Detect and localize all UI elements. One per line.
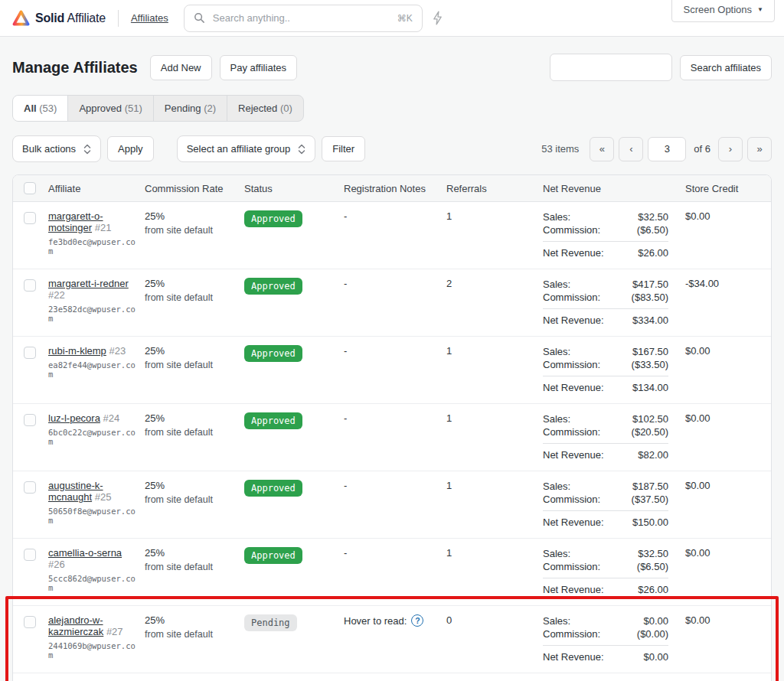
referrals-cell: 1: [446, 547, 543, 559]
sales-value: $417.50: [632, 278, 668, 291]
tab-approved[interactable]: Approved (51): [68, 96, 153, 121]
current-page-input[interactable]: [648, 137, 686, 161]
commission-rate-cell: 25% from site default: [145, 547, 244, 572]
row-checkbox[interactable]: [24, 347, 36, 359]
affiliate-name-link[interactable]: rubi-m-klemp: [48, 345, 106, 357]
net-revenue-divider: [543, 645, 668, 646]
bulk-actions-select[interactable]: Bulk actions: [12, 135, 101, 162]
search-affiliates-button[interactable]: Search affiliates: [680, 55, 772, 80]
column-header-registration-notes: Registration Notes: [344, 183, 446, 194]
affiliate-email: fe3bd0ec@wpuser.com: [48, 237, 136, 256]
commission-rate-note: from site default: [145, 225, 235, 236]
sales-value: $187.50: [632, 480, 668, 493]
global-search-input[interactable]: [211, 11, 391, 24]
apply-button[interactable]: Apply: [107, 136, 154, 161]
tab-pending[interactable]: Pending (2): [154, 96, 227, 121]
status-cell: Approved: [244, 210, 344, 227]
add-new-button[interactable]: Add New: [150, 55, 212, 80]
brand-text: Solid Affiliate: [35, 11, 106, 25]
total-pages-label: of 6: [694, 143, 710, 155]
next-page-button[interactable]: ›: [718, 137, 743, 161]
row-checkbox[interactable]: [24, 481, 36, 494]
column-header-store-credit: Store Credit: [678, 183, 771, 194]
net-revenue-cell: Sales: $417.50 Commission: ($83.50) Net …: [543, 278, 678, 327]
pay-affiliates-button[interactable]: Pay affiliates: [220, 55, 297, 80]
tab-rejected[interactable]: Rejected (0): [227, 96, 303, 121]
lightning-bolt-icon[interactable]: [432, 11, 443, 25]
highlighted-rows-section: alejandro-w-kazmierczak #27 2441069b@wpu…: [13, 605, 771, 681]
net-revenue-divider: [543, 308, 668, 309]
affiliate-id: #22: [48, 289, 65, 301]
row-checkbox[interactable]: [24, 414, 36, 426]
store-credit-cell: $0.00: [678, 480, 771, 491]
commission-rate-note: from site default: [145, 629, 235, 640]
tab-all[interactable]: All (53): [13, 96, 68, 121]
commission-value: ($33.50): [632, 358, 668, 371]
table-header-row: Affiliate Commission Rate Status Registr…: [13, 175, 771, 202]
store-credit-cell: $0.00: [678, 345, 771, 357]
net-revenue-cell: Sales: $187.50 Commission: ($37.50) Net …: [543, 480, 678, 529]
nav-link-affiliates[interactable]: Affiliates: [131, 12, 168, 24]
topbar: Solid Affiliate Affiliates ⌘K Screen Opt…: [0, 0, 784, 37]
affiliate-name-link[interactable]: alejandro-w-kazmierczak: [48, 614, 103, 637]
commission-rate-value: 25%: [145, 345, 235, 357]
affiliate-name-link[interactable]: camellia-o-serna: [48, 547, 122, 559]
status-badge: Approved: [244, 547, 302, 564]
affiliate-name-link[interactable]: margarett-i-redner: [48, 278, 129, 289]
commission-rate-note: from site default: [145, 494, 235, 505]
affiliate-group-label: Select an affiliate group: [187, 143, 291, 155]
status-cell: Approved: [244, 278, 344, 295]
row-checkbox[interactable]: [24, 212, 36, 224]
solid-affiliate-triangle-icon: [12, 10, 30, 26]
affiliate-group-select[interactable]: Select an affiliate group: [177, 135, 316, 162]
row-checkbox[interactable]: [24, 549, 36, 561]
status-badge: Approved: [244, 210, 302, 227]
status-badge: Approved: [244, 412, 302, 429]
net-revenue-label: Net Revenue:: [543, 516, 604, 529]
help-question-icon[interactable]: ?: [411, 614, 423, 627]
net-revenue-divider: [543, 443, 668, 444]
column-header-status: Status: [244, 183, 344, 194]
select-all-checkbox[interactable]: [24, 182, 36, 194]
screen-options-button[interactable]: Screen Options ▼: [671, 0, 775, 22]
filter-button[interactable]: Filter: [322, 136, 365, 161]
commission-rate-note: from site default: [145, 292, 235, 303]
commission-rate-value: 25%: [145, 614, 235, 626]
net-revenue-value: $134.00: [632, 381, 668, 394]
commission-value: ($37.50): [632, 493, 668, 506]
status-cell: Approved: [244, 480, 344, 497]
table-row: camellia-o-serna #26 5ccc862d@wpuser.com…: [13, 538, 771, 605]
affiliate-cell: margarett-i-redner #22 23e582dc@wpuser.c…: [48, 278, 145, 323]
brand-logo[interactable]: Solid Affiliate: [12, 10, 106, 26]
tab-count: (53): [39, 103, 57, 114]
net-revenue-divider: [543, 510, 668, 511]
commission-label: Commission:: [543, 223, 600, 236]
affiliate-id: #21: [95, 222, 112, 233]
sales-label: Sales:: [543, 210, 570, 223]
net-revenue-divider: [543, 241, 668, 242]
last-page-button[interactable]: »: [747, 137, 772, 161]
global-search-box[interactable]: ⌘K: [184, 5, 423, 32]
net-revenue-value: $26.00: [638, 583, 668, 596]
affiliate-cell: alejandro-w-kazmierczak #27 2441069b@wpu…: [48, 614, 145, 660]
table-row: augustine-k-mcnaught #25 50650f8e@wpuser…: [13, 471, 771, 538]
registration-notes-empty: -: [344, 278, 347, 289]
affiliate-name-link[interactable]: luz-l-pecora: [48, 412, 100, 424]
affiliate-id: #25: [95, 491, 112, 503]
sales-label: Sales:: [543, 480, 570, 493]
commission-rate-value: 25%: [145, 210, 235, 222]
affiliate-search-input[interactable]: [550, 54, 672, 81]
registration-notes-cell: - Hover to read: ?: [344, 412, 446, 424]
table-row: margarett-o-motsinger #21 fe3bd0ec@wpuse…: [13, 202, 771, 269]
row-checkbox[interactable]: [24, 616, 36, 628]
store-credit-cell: -$34.00: [678, 278, 771, 289]
first-page-button[interactable]: «: [590, 137, 614, 161]
affiliate-email: 23e582dc@wpuser.com: [48, 305, 136, 323]
row-checkbox[interactable]: [24, 279, 36, 292]
table-row: rubi-m-klemp #23 ea82fe44@wpuser.com 25%…: [13, 336, 771, 403]
sales-label: Sales:: [543, 412, 570, 425]
screen-options-label: Screen Options: [683, 4, 752, 15]
commission-value: ($6.50): [637, 560, 668, 573]
keyboard-shortcut-hint: ⌘K: [397, 13, 413, 24]
prev-page-button[interactable]: ‹: [619, 137, 643, 161]
